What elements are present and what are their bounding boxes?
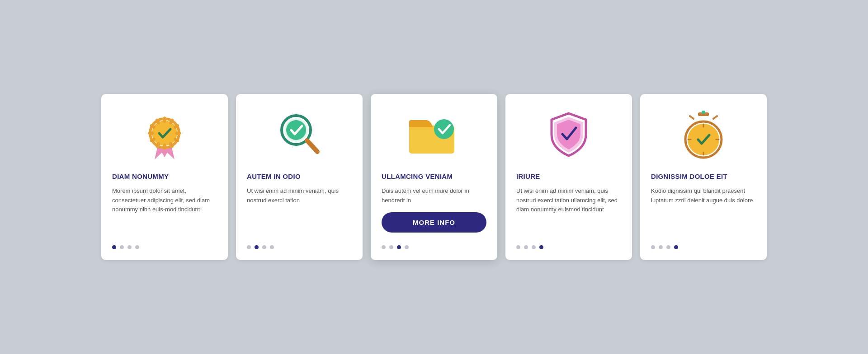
svg-point-9 (163, 144, 166, 150)
award-icon (112, 107, 217, 162)
dot (397, 245, 401, 249)
shield-icon (516, 107, 621, 162)
dot (247, 245, 251, 249)
more-info-button[interactable]: MORE INFO (382, 212, 486, 233)
card-3-dots (382, 245, 409, 249)
dot (255, 245, 259, 249)
dot (659, 245, 663, 249)
card-2-title: AUTEM IN ODIO (247, 172, 301, 180)
dot (674, 245, 678, 249)
card-5-text: Kodio dignissim qui blandit praesent lup… (651, 186, 756, 236)
dot (382, 245, 386, 249)
card-4-text: Ut wisi enim ad minim veniam, quis nostr… (516, 186, 621, 236)
card-5-dots (651, 245, 678, 249)
card-4-title: IRIURE (516, 172, 540, 180)
cards-container: DIAM NONUMMY Morem ipsum dolor sit amet,… (74, 76, 794, 278)
card-2-dots (247, 245, 274, 249)
card-1: DIAM NONUMMY Morem ipsum dolor sit amet,… (101, 94, 228, 260)
folder-icon (382, 107, 486, 162)
svg-line-25 (713, 116, 717, 119)
card-1-dots (112, 245, 139, 249)
card-3-title: ULLAMCING VENIAM (382, 172, 453, 180)
svg-point-21 (434, 119, 454, 139)
svg-point-3 (163, 116, 166, 123)
card-3: ULLAMCING VENIAM Duis autem vel eum iriu… (371, 94, 497, 260)
svg-line-18 (307, 140, 317, 152)
card-2: AUTEM IN ODIO Ut wisi enim ad minim veni… (236, 94, 363, 260)
card-2-text: Ut wisi enim ad minim veniam, quis nostr… (247, 186, 352, 236)
search-icon (247, 107, 352, 162)
dot (135, 245, 139, 249)
svg-point-15 (155, 123, 175, 143)
svg-rect-23 (702, 111, 705, 114)
dot (516, 245, 520, 249)
card-1-title: DIAM NONUMMY (112, 172, 169, 180)
dot (524, 245, 528, 249)
dot (262, 245, 266, 249)
card-1-text: Morem ipsum dolor sit amet, consectetuer… (112, 186, 217, 236)
dot (666, 245, 670, 249)
timer-icon (651, 107, 756, 162)
card-5-title: DIGNISSIM DOLOE EIT (651, 172, 727, 180)
card-4-dots (516, 245, 543, 249)
dot (127, 245, 132, 249)
dot (389, 245, 393, 249)
svg-point-6 (175, 131, 181, 135)
svg-point-12 (148, 131, 154, 135)
card-5: DIGNISSIM DOLOE EIT Kodio dignissim qui … (640, 94, 767, 260)
card-4: IRIURE Ut wisi enim ad minim veniam, qui… (505, 94, 632, 260)
dot (270, 245, 274, 249)
dot (405, 245, 409, 249)
svg-point-19 (286, 120, 306, 140)
dot (532, 245, 536, 249)
dot (112, 245, 116, 249)
svg-line-24 (690, 116, 693, 119)
card-3-text: Duis autem vel eum iriure dolor in hendr… (382, 186, 486, 205)
dot (651, 245, 655, 249)
dot (120, 245, 124, 249)
svg-point-27 (688, 124, 719, 155)
dot (539, 245, 543, 249)
